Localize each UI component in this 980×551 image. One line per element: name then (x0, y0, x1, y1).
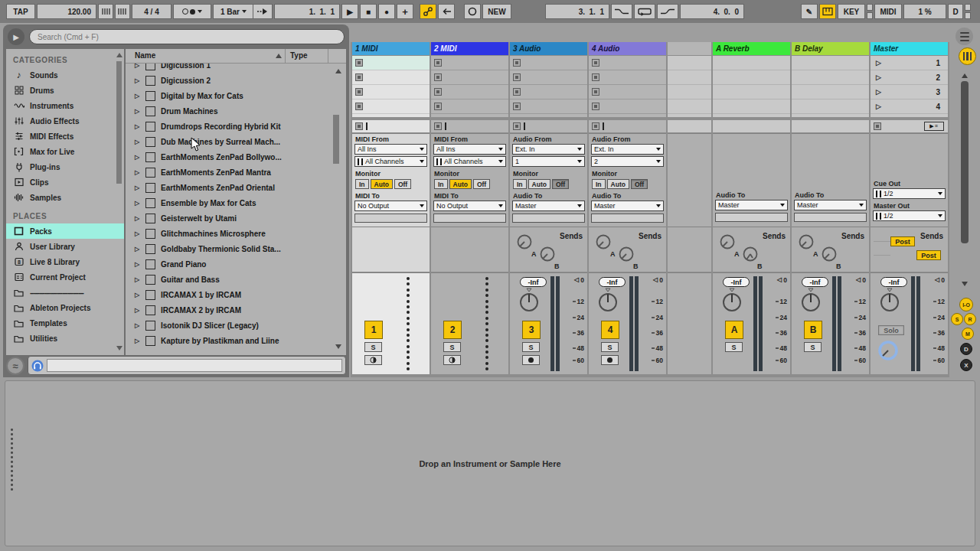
output-channel-box[interactable] (354, 214, 427, 223)
input-channel-chooser[interactable]: 2 (591, 156, 664, 167)
list-item[interactable]: ▷Glitchmachines Microsphere (126, 226, 346, 241)
clip-slot[interactable] (431, 70, 508, 85)
volume-field[interactable]: -Inf (723, 277, 750, 287)
solo-button[interactable]: S (804, 342, 822, 352)
output-type-chooser[interactable]: Master (715, 200, 788, 210)
output-type-chooser[interactable]: Master (591, 201, 664, 211)
input-channel-chooser[interactable]: All Channels (354, 156, 427, 167)
list-item[interactable]: ▷IRCAMAX 1 by IRCAM (126, 287, 346, 302)
session-record-button[interactable] (464, 4, 481, 19)
sort-ascending-icon[interactable] (276, 54, 282, 58)
clip-stop-button[interactable] (355, 59, 363, 67)
draw-mode-button[interactable]: ✎ (801, 4, 818, 19)
solo-cue-button[interactable]: Solo (878, 325, 904, 335)
send-a-knob[interactable] (516, 233, 533, 250)
send-b-knob[interactable] (742, 246, 759, 262)
sidebar-item-sounds[interactable]: ♪Sounds (6, 67, 124, 83)
toggle-returns-section[interactable]: R (964, 313, 976, 325)
list-item[interactable]: ▷Drumdrops Recording Hybrid Kit (126, 119, 346, 134)
toggle-io-section[interactable]: I-O (959, 298, 973, 311)
monitor-auto-button[interactable]: Auto (607, 179, 629, 189)
scene-play-icon[interactable]: ▷ (876, 73, 881, 81)
track-title[interactable]: 2 MIDI (431, 42, 508, 55)
sidebar-item-utilities[interactable]: Utilities (6, 331, 124, 346)
input-type-chooser[interactable]: All Ins (433, 144, 506, 155)
solo-button[interactable]: S (725, 342, 743, 352)
expander-icon[interactable]: ▷ (135, 184, 140, 191)
send-b-knob[interactable] (539, 246, 556, 262)
clip-slot[interactable] (589, 70, 666, 85)
scene-play-icon[interactable]: ▷ (876, 88, 881, 96)
list-item[interactable]: ▷Geisterwelt by Utami (126, 210, 346, 226)
type-column-header[interactable]: Type (290, 51, 308, 60)
expander-icon[interactable]: ▷ (135, 77, 140, 84)
arm-button[interactable] (364, 355, 382, 365)
toggle-track-delay-section[interactable]: D (960, 343, 972, 355)
clip-stop-button[interactable] (355, 103, 363, 110)
clip-slot[interactable] (589, 56, 666, 70)
list-item[interactable]: ▷Digicussion 1 (126, 64, 346, 73)
clip-stop-button[interactable] (513, 59, 521, 67)
clip-slot[interactable] (510, 70, 587, 85)
clip-slot[interactable] (510, 99, 587, 114)
monitor-auto-button[interactable]: Auto (528, 179, 550, 189)
list-item[interactable]: ▷EarthMoments ZenPad Mantra (126, 165, 346, 180)
sidebar-item-plug-ins[interactable]: Plug-ins (6, 159, 124, 174)
scene-row[interactable]: ▷2 (871, 70, 948, 85)
mixer-view-icon[interactable] (959, 47, 976, 65)
volume-field[interactable]: -Inf (599, 277, 626, 287)
monitor-in-button[interactable]: In (434, 179, 448, 189)
clip-slot[interactable] (352, 56, 430, 70)
sidebar-item-samples[interactable]: Samples (6, 190, 124, 205)
sidebar-item-ableton-projects[interactable]: Ableton Projects (6, 300, 124, 315)
output-channel-box[interactable] (433, 214, 506, 223)
scene-row[interactable]: ▷3 (871, 85, 948, 99)
follow-button[interactable] (253, 4, 273, 19)
pan-knob[interactable] (722, 288, 742, 312)
clip-slot[interactable] (589, 99, 666, 114)
time-signature-field[interactable]: 4 / 4 (132, 4, 172, 19)
monitor-auto-button[interactable]: Auto (371, 179, 393, 189)
track-title[interactable]: 3 Audio (510, 42, 587, 55)
toggle-crossfader-section[interactable]: X (960, 359, 972, 371)
scene-row[interactable]: ▷4 (871, 99, 948, 114)
sidebar-scroll-down[interactable] (116, 346, 122, 350)
sidebar-item-separator-folder[interactable]: ------------------------------ (6, 285, 124, 300)
expander-icon[interactable]: ▷ (135, 123, 140, 130)
automation-arm-button[interactable] (420, 4, 436, 19)
punch-out-button[interactable] (657, 4, 678, 19)
sidebar-item-user-library[interactable]: User Library (6, 239, 124, 254)
nudge-down-button[interactable] (98, 4, 113, 19)
monitor-in-button[interactable]: In (513, 179, 527, 189)
clip-stop-button[interactable] (513, 73, 521, 81)
arrangement-position-field[interactable]: 1. 1. 1 (274, 4, 340, 19)
monitor-off-button[interactable]: Off (631, 179, 648, 189)
output-type-chooser[interactable]: No Output (433, 201, 506, 211)
track-title[interactable]: 4 Audio (589, 42, 666, 55)
track-activator[interactable]: 4 (601, 321, 619, 339)
expander-icon[interactable]: ▷ (135, 246, 140, 253)
output-type-chooser[interactable]: Master (794, 200, 867, 210)
sidebar-item-current-project[interactable]: Current Project (6, 269, 124, 285)
computer-midi-keyboard-button[interactable] (819, 4, 836, 19)
session-scroll-up[interactable] (962, 73, 968, 78)
list-item[interactable]: ▷EarthMoments ZenPad Oriental (126, 180, 346, 195)
preview-volume-knob[interactable] (877, 339, 900, 362)
expander-icon[interactable]: ▷ (135, 337, 140, 344)
scene-play-icon[interactable]: ▷ (876, 59, 881, 67)
input-type-chooser[interactable]: Ext. In (591, 144, 664, 155)
sidebar-item-live8-library[interactable]: 8Live 8 Library (6, 254, 124, 269)
clip-slot[interactable] (431, 85, 508, 99)
list-item[interactable]: ▷Guitar and Bass (126, 272, 346, 287)
send-a-knob[interactable] (719, 233, 736, 250)
output-channel-box[interactable] (512, 214, 585, 223)
clip-stop-button[interactable] (355, 73, 363, 81)
list-item[interactable]: ▷Kapture by Plastikman and Liine (126, 333, 346, 348)
session-scroll-down[interactable] (962, 282, 968, 286)
pan-knob[interactable] (519, 288, 539, 312)
scene-fire-button[interactable]: ▶≡ (924, 122, 944, 131)
send-b-knob[interactable] (821, 246, 838, 262)
sidebar-item-max-for-live[interactable]: Max for Live (6, 144, 124, 159)
sidebar-scroll-up[interactable] (116, 53, 122, 57)
sidebar-item-midi-effects[interactable]: MIDI Effects (6, 129, 124, 144)
